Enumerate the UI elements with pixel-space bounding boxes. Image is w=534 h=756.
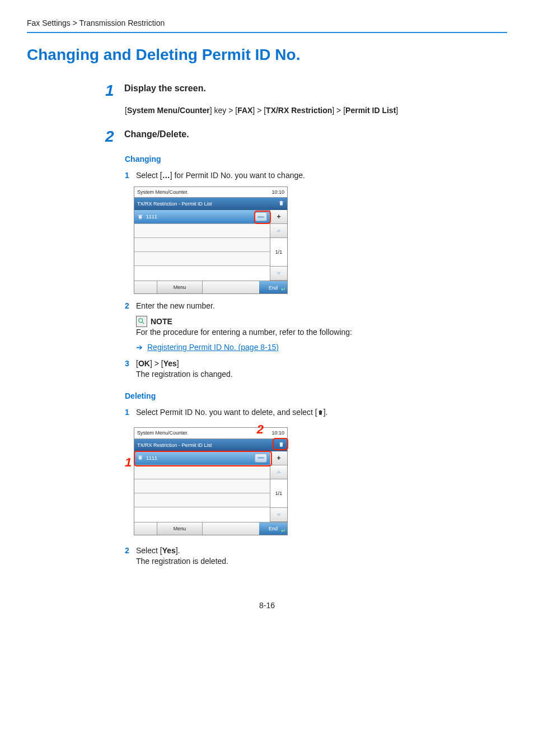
- scroll-up-button[interactable]: [270, 465, 287, 479]
- ss-title: System Menu/Counter.: [137, 189, 189, 195]
- reference-arrow-icon: ➔: [136, 342, 143, 353]
- note-text: For the procedure for entering a number,…: [136, 327, 507, 338]
- note-label: NOTE: [151, 316, 172, 327]
- ss-title: System Menu/Counter.: [137, 430, 189, 436]
- changing-sub-3-text: [OK] > [Yes] The registration is changed…: [136, 358, 233, 380]
- menu-button[interactable]: Menu: [157, 522, 203, 535]
- list-item[interactable]: 1111: [134, 210, 270, 224]
- list-item-empty: [134, 465, 270, 479]
- reference-link[interactable]: Registering Permit ID No. (page 8-15): [147, 342, 279, 353]
- page-title: Changing and Deleting Permit ID No.: [27, 44, 507, 66]
- deleting-sub-1-num: 1: [125, 407, 136, 419]
- nav-path: [System Menu/Counter] key > [FAX] > [TX/…: [125, 105, 507, 116]
- trash-icon[interactable]: [278, 199, 284, 208]
- callout-2: 2: [257, 423, 264, 436]
- screenshot-changing: System Menu/Counter. 10:10 TX/RX Restric…: [134, 186, 288, 294]
- list-item-empty: [134, 252, 270, 266]
- deleting-sub-1-text: Select Permit ID No. you want to delete,…: [136, 407, 328, 419]
- scroll-down-button[interactable]: [270, 267, 287, 281]
- ss-header-text: TX/RX Restriction - Permit ID List: [137, 200, 212, 207]
- breadcrumb: Fax Settings > Transmission Restriction: [27, 18, 507, 33]
- ellipsis-button[interactable]: [255, 454, 267, 463]
- list-item[interactable]: 1111: [134, 451, 270, 465]
- deleting-sub-2-text: Select [Yes]. The registration is delete…: [136, 545, 228, 567]
- changing-sub-1-text: Select […] for Permit ID No. you want to…: [136, 170, 305, 181]
- list-item-empty: [134, 224, 270, 238]
- step-number-2: 2: [105, 126, 124, 147]
- menu-button[interactable]: Menu: [157, 281, 203, 293]
- list-item-empty: [134, 238, 270, 252]
- step-1-title: Display the screen.: [124, 82, 206, 95]
- page-indicator: 1/1: [270, 479, 287, 508]
- list-item-label: 1111: [146, 455, 157, 461]
- page-number: 8-16: [27, 600, 507, 611]
- page-indicator: 1/1: [270, 238, 287, 267]
- ss-time: 10:10: [271, 430, 284, 436]
- ss-header-text: TX/RX Restriction - Permit ID List: [137, 442, 212, 449]
- step-2-title: Change/Delete.: [124, 128, 189, 141]
- callout-1: 1: [125, 456, 132, 469]
- changing-sub-2-text: Enter the new number.: [136, 301, 215, 311]
- changing-sub-3-num: 3: [125, 358, 136, 380]
- add-button[interactable]: +: [270, 210, 287, 224]
- phone-icon: [137, 214, 143, 220]
- deleting-heading: Deleting: [125, 391, 507, 402]
- list-item-label: 1111: [146, 213, 157, 220]
- changing-sub-2-num: 2: [125, 301, 136, 311]
- enter-icon: ↵: [281, 287, 285, 292]
- end-button[interactable]: End ↵: [259, 522, 287, 535]
- trash-icon[interactable]: [278, 441, 284, 450]
- screenshot-deleting: 2 System Menu/Counter. 10:10 TX/RX Restr…: [134, 427, 288, 535]
- ellipsis-button[interactable]: [255, 212, 267, 221]
- changing-heading: Changing: [125, 154, 507, 165]
- enter-icon: ↵: [281, 528, 285, 534]
- scroll-up-button[interactable]: [270, 224, 287, 238]
- trash-icon: [317, 408, 324, 419]
- phone-icon: [137, 455, 143, 461]
- note-icon: [136, 316, 147, 327]
- ss-time: 10:10: [271, 189, 284, 195]
- deleting-sub-2-num: 2: [125, 545, 136, 567]
- list-item-empty: [134, 493, 270, 507]
- add-button[interactable]: +: [270, 451, 287, 465]
- list-item-empty: [134, 479, 270, 493]
- changing-sub-1-num: 1: [125, 170, 136, 181]
- end-button[interactable]: End ↵: [259, 281, 287, 293]
- step-number-1: 1: [105, 80, 124, 101]
- scroll-down-button[interactable]: [270, 508, 287, 522]
